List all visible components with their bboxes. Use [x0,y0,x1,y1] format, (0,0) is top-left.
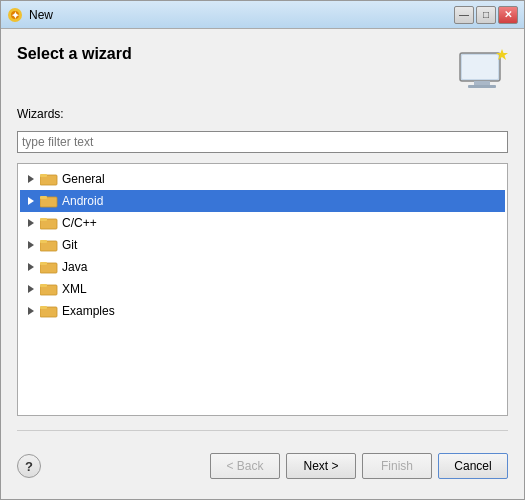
title-bar-icon: ✦ [7,7,23,23]
tree-item-cpp[interactable]: C/C++ [20,212,505,234]
tree-container[interactable]: General Android C/C++ [17,163,508,416]
expand-arrow-cpp [24,216,38,230]
tree-item-label-java: Java [62,260,87,274]
title-bar: ✦ New — □ ✕ [1,1,524,29]
folder-icon-xml [40,282,58,296]
wizard-icon [456,45,508,97]
tree-item-label-cpp: C/C++ [62,216,97,230]
content-area: Select a wizard Wizards: [1,29,524,499]
tree-item-label-xml: XML [62,282,87,296]
expand-arrow-examples [24,304,38,318]
svg-rect-16 [40,218,47,221]
wizard-title: Select a wizard [17,45,132,63]
finish-button[interactable]: Finish [362,453,432,479]
tree-item-examples[interactable]: Examples [20,300,505,322]
tree-item-label-examples: Examples [62,304,115,318]
tree-item-git[interactable]: Git [20,234,505,256]
folder-icon-examples [40,304,58,318]
title-bar-buttons: — □ ✕ [454,6,518,24]
svg-text:✦: ✦ [11,10,20,21]
svg-rect-6 [468,85,496,88]
svg-rect-5 [474,81,490,85]
svg-rect-25 [40,284,47,287]
expand-arrow-general [24,172,38,186]
filter-input[interactable] [17,131,508,153]
svg-rect-4 [462,55,498,79]
expand-arrow-java [24,260,38,274]
divider [17,430,508,431]
next-button[interactable]: Next > [286,453,356,479]
header-row: Select a wizard [17,45,508,97]
maximize-button[interactable]: □ [476,6,496,24]
svg-rect-10 [40,174,47,177]
cancel-button[interactable]: Cancel [438,453,508,479]
tree-item-general[interactable]: General [20,168,505,190]
svg-rect-13 [40,196,47,199]
tree-item-android[interactable]: Android [20,190,505,212]
button-bar: ? < Back Next > Finish Cancel [17,445,508,483]
folder-icon-general [40,172,58,186]
title-bar-title: New [29,8,454,22]
back-button[interactable]: < Back [210,453,280,479]
tree-item-xml[interactable]: XML [20,278,505,300]
tree-item-java[interactable]: Java [20,256,505,278]
help-button[interactable]: ? [17,454,41,478]
svg-rect-19 [40,240,47,243]
expand-arrow-xml [24,282,38,296]
folder-icon-java [40,260,58,274]
tree-item-label-general: General [62,172,105,186]
folder-icon-android [40,194,58,208]
svg-rect-22 [40,262,47,265]
svg-rect-28 [40,306,47,309]
close-button[interactable]: ✕ [498,6,518,24]
folder-icon-git [40,238,58,252]
tree-item-label-git: Git [62,238,77,252]
tree-item-label-android: Android [62,194,103,208]
expand-arrow-git [24,238,38,252]
main-window: ✦ New — □ ✕ Select a wizard [0,0,525,500]
wizards-label: Wizards: [17,107,508,121]
expand-arrow-android [24,194,38,208]
minimize-button[interactable]: — [454,6,474,24]
folder-icon-cpp [40,216,58,230]
